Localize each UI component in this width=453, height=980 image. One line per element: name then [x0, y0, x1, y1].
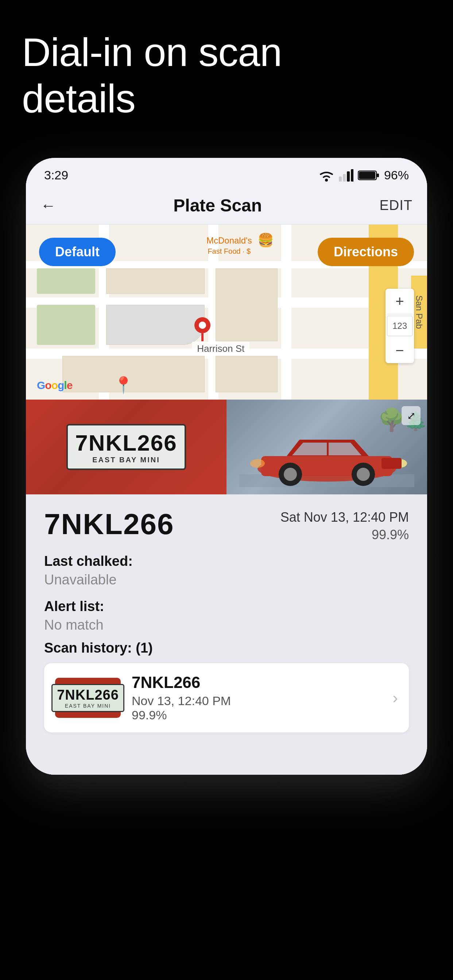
directions-button[interactable]: Directions	[318, 238, 414, 266]
alert-list-value: No match	[44, 617, 409, 633]
history-arrow-icon[interactable]: ›	[392, 689, 398, 707]
svg-point-18	[250, 459, 265, 468]
bottom-padding	[26, 746, 427, 775]
plate-dealer-display: EAST BAY MINI	[75, 456, 177, 464]
zoom-badge: 123	[387, 316, 413, 336]
svg-point-14	[284, 468, 297, 481]
back-button[interactable]: ←	[40, 197, 56, 215]
alert-list-label: Alert list:	[44, 599, 409, 614]
scan-accuracy: 99.9%	[281, 527, 409, 542]
last-chalked-label: Last chalked:	[44, 554, 409, 569]
history-info: 7NKL266 Nov 13, 12:40 PM 99.9%	[132, 673, 392, 722]
svg-rect-4	[351, 169, 353, 181]
zoom-out-button[interactable]: −	[387, 337, 413, 363]
phone-frame: 3:29	[26, 158, 427, 775]
street-label: Harrison St	[192, 342, 249, 356]
plate-number-large: 7NKL266	[44, 508, 174, 541]
status-bar: 3:29	[26, 158, 427, 188]
history-accuracy: 99.9%	[132, 708, 392, 722]
history-card[interactable]: 7NKL266 EAST BAY MINI 7NKL266 Nov 13, 12…	[44, 663, 409, 732]
svg-rect-19	[381, 458, 402, 469]
zoom-in-button[interactable]: +	[387, 289, 413, 314]
svg-rect-2	[343, 174, 346, 181]
plate-info-row: 7NKL266 Sat Nov 13, 12:40 PM 99.9%	[44, 508, 409, 542]
history-section: Scan history: (1) 7NKL266 EAST BAY MINI …	[44, 640, 409, 732]
scan-history-label: Scan history: (1)	[44, 640, 409, 656]
wifi-icon	[318, 169, 335, 181]
history-plate-dealer-display: EAST BAY MINI	[57, 703, 119, 709]
expand-icon[interactable]: ⤢	[402, 406, 421, 425]
images-row: 7NKL266 EAST BAY MINI	[26, 399, 427, 495]
default-button[interactable]: Default	[39, 238, 116, 266]
svg-rect-3	[347, 171, 350, 181]
status-icons: 96%	[318, 168, 409, 182]
signal-icon	[339, 169, 353, 181]
car-image: 🌳 🌲 ⤢	[226, 399, 427, 495]
location-icon: 📍	[113, 375, 134, 395]
nav-title: Plate Scan	[173, 196, 262, 215]
status-time: 3:29	[44, 168, 68, 182]
plate-number-display: 7NKL266	[75, 430, 177, 456]
svg-rect-7	[359, 172, 375, 179]
battery-icon	[358, 170, 380, 181]
hero-section: Dial-in on scan details	[0, 0, 453, 143]
phone-wrapper: 3:29	[0, 143, 453, 797]
svg-point-16	[357, 468, 370, 481]
mcd-label: McDonald'sFast Food · $ 🍔	[206, 235, 252, 256]
top-nav: ← Plate Scan EDIT	[26, 188, 427, 224]
battery-percent: 96%	[384, 168, 409, 182]
history-plate-image: 7NKL266 EAST BAY MINI	[55, 678, 121, 718]
hero-title: Dial-in on scan details	[22, 29, 431, 121]
google-logo: Google	[37, 379, 72, 391]
history-date: Nov 13, 12:40 PM	[132, 694, 392, 708]
plate-image: 7NKL266 EAST BAY MINI	[26, 399, 226, 495]
history-plate-text: 7NKL266	[132, 673, 392, 692]
svg-point-9	[199, 321, 206, 329]
map-zoom-controls: + 123 −	[386, 289, 414, 363]
svg-rect-6	[377, 173, 379, 177]
scan-date: Sat Nov 13, 12:40 PM	[281, 508, 409, 527]
svg-rect-1	[339, 177, 342, 181]
detail-section: 7NKL266 Sat Nov 13, 12:40 PM 99.9% Last …	[26, 495, 427, 746]
map-pin	[193, 316, 212, 343]
history-plate-number-display: 7NKL266	[57, 687, 119, 703]
edit-button[interactable]: EDIT	[379, 197, 413, 213]
last-chalked-value: Unavailable	[44, 572, 409, 588]
svg-point-0	[325, 179, 328, 181]
map-container[interactable]: San Pab McDonald'sFast Food · $ 🍔 Harris…	[26, 224, 427, 399]
